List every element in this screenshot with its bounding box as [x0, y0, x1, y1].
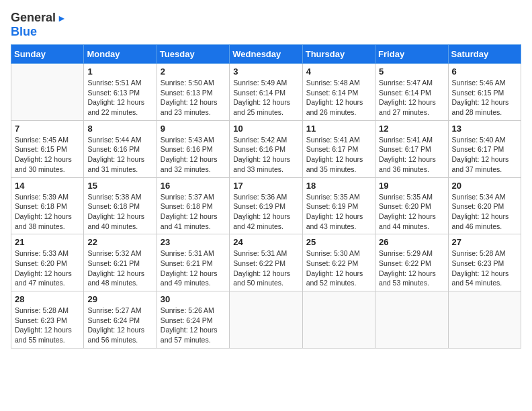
- calendar-cell: [375, 291, 448, 349]
- day-number: 27: [452, 237, 517, 247]
- day-number: 14: [15, 181, 80, 191]
- weekday-header-wednesday: Wednesday: [230, 45, 302, 64]
- day-number: 18: [306, 181, 371, 191]
- day-number: 16: [161, 181, 226, 191]
- day-number: 12: [379, 124, 444, 134]
- calendar-cell: 28Sunrise: 5:28 AMSunset: 6:23 PMDayligh…: [11, 291, 84, 349]
- calendar-week-row: 28Sunrise: 5:28 AMSunset: 6:23 PMDayligh…: [11, 291, 521, 349]
- weekday-header-monday: Monday: [84, 45, 157, 64]
- logo-bird-icon: ►: [57, 13, 66, 24]
- day-number: 25: [306, 237, 371, 247]
- day-number: 29: [87, 294, 152, 304]
- weekday-header-friday: Friday: [375, 45, 448, 64]
- day-info: Sunrise: 5:48 AMSunset: 6:14 PMDaylight:…: [306, 78, 371, 118]
- day-info: Sunrise: 5:28 AMSunset: 6:23 PMDaylight:…: [15, 306, 80, 345]
- day-number: 5: [379, 66, 444, 77]
- day-number: 24: [233, 237, 298, 247]
- calendar-cell: 24Sunrise: 5:31 AMSunset: 6:22 PMDayligh…: [230, 234, 302, 291]
- calendar-cell: 14Sunrise: 5:39 AMSunset: 6:18 PMDayligh…: [11, 177, 84, 234]
- day-number: 9: [161, 124, 226, 134]
- calendar-cell: 8Sunrise: 5:44 AMSunset: 6:16 PMDaylight…: [84, 120, 157, 177]
- day-info: Sunrise: 5:35 AMSunset: 6:20 PMDaylight:…: [379, 192, 444, 232]
- calendar-cell: 10Sunrise: 5:42 AMSunset: 6:16 PMDayligh…: [230, 120, 302, 177]
- day-info: Sunrise: 5:49 AMSunset: 6:14 PMDaylight:…: [233, 78, 298, 118]
- calendar-cell: 29Sunrise: 5:27 AMSunset: 6:24 PMDayligh…: [84, 291, 157, 349]
- calendar-cell: 7Sunrise: 5:45 AMSunset: 6:15 PMDaylight…: [11, 120, 84, 177]
- day-number: 11: [306, 124, 371, 134]
- day-number: 8: [87, 124, 152, 134]
- calendar-cell: 11Sunrise: 5:41 AMSunset: 6:17 PMDayligh…: [302, 120, 375, 177]
- calendar-cell: 23Sunrise: 5:31 AMSunset: 6:21 PMDayligh…: [157, 234, 229, 291]
- day-number: 2: [161, 66, 226, 77]
- day-number: 28: [15, 294, 80, 304]
- logo-blue-text: Blue: [11, 25, 37, 38]
- day-info: Sunrise: 5:37 AMSunset: 6:18 PMDaylight:…: [161, 192, 226, 232]
- calendar-cell: 21Sunrise: 5:33 AMSunset: 6:20 PMDayligh…: [11, 234, 84, 291]
- weekday-header-saturday: Saturday: [448, 45, 521, 64]
- calendar-cell: 25Sunrise: 5:30 AMSunset: 6:22 PMDayligh…: [302, 234, 375, 291]
- calendar-cell: 17Sunrise: 5:36 AMSunset: 6:19 PMDayligh…: [230, 177, 302, 234]
- calendar-cell: 13Sunrise: 5:40 AMSunset: 6:17 PMDayligh…: [448, 120, 521, 177]
- calendar-cell: 6Sunrise: 5:46 AMSunset: 6:15 PMDaylight…: [448, 64, 521, 121]
- calendar-table: SundayMondayTuesdayWednesdayThursdayFrid…: [11, 44, 521, 349]
- day-number: 3: [233, 66, 298, 77]
- calendar-cell: 27Sunrise: 5:28 AMSunset: 6:23 PMDayligh…: [448, 234, 521, 291]
- weekday-header-tuesday: Tuesday: [157, 45, 229, 64]
- calendar-cell: [230, 291, 302, 349]
- day-number: 30: [161, 294, 226, 304]
- calendar-cell: 9Sunrise: 5:43 AMSunset: 6:16 PMDaylight…: [157, 120, 229, 177]
- day-info: Sunrise: 5:32 AMSunset: 6:21 PMDaylight:…: [87, 248, 152, 288]
- day-info: Sunrise: 5:50 AMSunset: 6:13 PMDaylight:…: [161, 78, 226, 118]
- day-number: 6: [452, 66, 517, 77]
- day-number: 23: [161, 237, 226, 247]
- calendar-cell: 5Sunrise: 5:47 AMSunset: 6:14 PMDaylight…: [375, 64, 448, 121]
- day-number: 19: [379, 181, 444, 191]
- day-number: 1: [87, 66, 152, 77]
- day-info: Sunrise: 5:41 AMSunset: 6:17 PMDaylight:…: [306, 135, 371, 175]
- day-number: 15: [87, 181, 152, 191]
- day-info: Sunrise: 5:29 AMSunset: 6:22 PMDaylight:…: [379, 248, 444, 288]
- calendar-cell: 3Sunrise: 5:49 AMSunset: 6:14 PMDaylight…: [230, 64, 302, 121]
- day-number: 13: [452, 124, 517, 134]
- calendar-cell: 15Sunrise: 5:38 AMSunset: 6:18 PMDayligh…: [84, 177, 157, 234]
- day-info: Sunrise: 5:31 AMSunset: 6:22 PMDaylight:…: [233, 248, 298, 288]
- day-info: Sunrise: 5:40 AMSunset: 6:17 PMDaylight:…: [452, 135, 517, 175]
- calendar-cell: 2Sunrise: 5:50 AMSunset: 6:13 PMDaylight…: [157, 64, 229, 121]
- day-info: Sunrise: 5:51 AMSunset: 6:13 PMDaylight:…: [87, 78, 152, 118]
- day-info: Sunrise: 5:42 AMSunset: 6:16 PMDaylight:…: [233, 135, 298, 175]
- day-number: 4: [306, 66, 371, 77]
- day-info: Sunrise: 5:27 AMSunset: 6:24 PMDaylight:…: [87, 306, 152, 345]
- day-number: 10: [233, 124, 298, 134]
- calendar-cell: 22Sunrise: 5:32 AMSunset: 6:21 PMDayligh…: [84, 234, 157, 291]
- calendar-cell: 19Sunrise: 5:35 AMSunset: 6:20 PMDayligh…: [375, 177, 448, 234]
- calendar-cell: [11, 64, 84, 121]
- calendar-cell: 18Sunrise: 5:35 AMSunset: 6:19 PMDayligh…: [302, 177, 375, 234]
- calendar-cell: [302, 291, 375, 349]
- calendar-cell: 16Sunrise: 5:37 AMSunset: 6:18 PMDayligh…: [157, 177, 229, 234]
- weekday-header-row: SundayMondayTuesdayWednesdayThursdayFrid…: [11, 45, 521, 64]
- day-number: 21: [15, 237, 80, 247]
- day-info: Sunrise: 5:38 AMSunset: 6:18 PMDaylight:…: [87, 192, 152, 232]
- day-info: Sunrise: 5:31 AMSunset: 6:21 PMDaylight:…: [161, 248, 226, 288]
- calendar-week-row: 1Sunrise: 5:51 AMSunset: 6:13 PMDaylight…: [11, 64, 521, 121]
- weekday-header-thursday: Thursday: [302, 45, 375, 64]
- day-info: Sunrise: 5:45 AMSunset: 6:15 PMDaylight:…: [15, 135, 80, 175]
- calendar-week-row: 14Sunrise: 5:39 AMSunset: 6:18 PMDayligh…: [11, 177, 521, 234]
- calendar-week-row: 7Sunrise: 5:45 AMSunset: 6:15 PMDaylight…: [11, 120, 521, 177]
- day-number: 7: [15, 124, 80, 134]
- day-number: 17: [233, 181, 298, 191]
- day-number: 20: [452, 181, 517, 191]
- day-number: 26: [379, 237, 444, 247]
- calendar-cell: [448, 291, 521, 349]
- day-info: Sunrise: 5:36 AMSunset: 6:19 PMDaylight:…: [233, 192, 298, 232]
- day-info: Sunrise: 5:43 AMSunset: 6:16 PMDaylight:…: [161, 135, 226, 175]
- calendar-week-row: 21Sunrise: 5:33 AMSunset: 6:20 PMDayligh…: [11, 234, 521, 291]
- day-info: Sunrise: 5:41 AMSunset: 6:17 PMDaylight:…: [379, 135, 444, 175]
- day-info: Sunrise: 5:47 AMSunset: 6:14 PMDaylight:…: [379, 78, 444, 118]
- logo: General ► Blue: [11, 11, 66, 39]
- day-info: Sunrise: 5:28 AMSunset: 6:23 PMDaylight:…: [452, 248, 517, 288]
- day-number: 22: [87, 237, 152, 247]
- calendar-cell: 4Sunrise: 5:48 AMSunset: 6:14 PMDaylight…: [302, 64, 375, 121]
- day-info: Sunrise: 5:33 AMSunset: 6:20 PMDaylight:…: [15, 248, 80, 288]
- logo-general-text: General: [11, 11, 56, 25]
